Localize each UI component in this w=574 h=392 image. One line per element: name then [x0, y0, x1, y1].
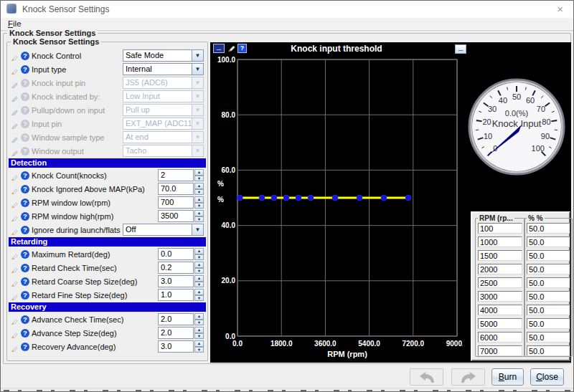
close-button[interactable]: Close: [530, 368, 564, 386]
rpm-cell-input[interactable]: [478, 277, 522, 288]
spinner-value[interactable]: 2.0: [158, 327, 194, 339]
spin-down-button[interactable]: ▼: [194, 295, 204, 302]
menu-file[interactable]: File: [5, 19, 24, 29]
select-knock-control[interactable]: Safe Mode▼: [123, 49, 204, 62]
spinner-recovery-advance-deg[interactable]: 3.0▲▼: [158, 340, 204, 353]
spinner-value[interactable]: 2.0: [158, 313, 194, 325]
curve-point[interactable]: [405, 195, 411, 201]
percent-cell-input[interactable]: [527, 291, 570, 302]
help-icon[interactable]: ?: [21, 199, 29, 207]
help-icon[interactable]: ?: [21, 315, 29, 324]
spin-up-button[interactable]: ▲: [194, 210, 204, 216]
percent-cell-input[interactable]: [527, 264, 570, 274]
rpm-cell-input[interactable]: [478, 318, 522, 329]
percent-cell-input[interactable]: [527, 236, 570, 247]
spinner-rpm-window-low-rpm[interactable]: 700▲▼: [158, 196, 204, 209]
spin-down-button[interactable]: ▼: [194, 282, 204, 288]
spin-up-button[interactable]: ▲: [194, 262, 204, 268]
spin-up-button[interactable]: ▲: [194, 196, 204, 203]
help-icon[interactable]: ?: [21, 65, 29, 74]
help-icon[interactable]: ?: [21, 250, 29, 259]
spin-up-button[interactable]: ▲: [194, 340, 204, 347]
spinner-advance-check-time-sec[interactable]: 2.0▲▼: [158, 313, 204, 325]
chevron-down-icon[interactable]: ▼: [192, 64, 203, 75]
rpm-cell-input[interactable]: [478, 305, 522, 315]
spin-up-button[interactable]: ▲: [194, 183, 204, 189]
percent-cell-input[interactable]: [527, 345, 570, 356]
spin-down-button[interactable]: ▼: [194, 333, 204, 340]
select-ignore-during-launch-flatshift[interactable]: Off▼: [123, 224, 204, 236]
rpm-cell-input[interactable]: [478, 250, 522, 261]
spinner-value[interactable]: 1.0: [158, 289, 194, 301]
spin-down-button[interactable]: ▼: [194, 216, 204, 223]
spin-down-button[interactable]: ▼: [194, 189, 204, 196]
spinner-rpm-window-high-rpm[interactable]: 3500▲▼: [158, 210, 204, 222]
curve-point[interactable]: [296, 195, 301, 201]
spinner-advance-step-size-deg[interactable]: 2.0▲▼: [158, 327, 204, 339]
spinner-maximum-retard-deg[interactable]: 0.0▲▼: [158, 248, 204, 260]
help-icon[interactable]: ?: [21, 291, 29, 300]
spin-up-button[interactable]: ▲: [194, 289, 204, 295]
curve-point[interactable]: [259, 195, 265, 201]
help-icon[interactable]: ?: [21, 226, 29, 234]
percent-cell-input[interactable]: [527, 332, 570, 343]
spinner-value[interactable]: 0.0: [158, 248, 194, 260]
curve-point[interactable]: [308, 195, 314, 201]
burn-button[interactable]: Burn: [491, 368, 524, 386]
help-icon[interactable]: ?: [21, 212, 29, 221]
spinner-value[interactable]: 700: [158, 196, 194, 209]
help-icon[interactable]: ?: [21, 264, 29, 272]
help-icon[interactable]: ?: [21, 52, 29, 60]
percent-cell-input[interactable]: [527, 250, 570, 261]
curve-point[interactable]: [237, 195, 243, 201]
curve-point[interactable]: [271, 195, 277, 201]
spinner-retard-check-time-sec[interactable]: 0.2▲▼: [158, 262, 204, 274]
help-icon[interactable]: ?: [21, 277, 29, 286]
spinner-retard-coarse-step-size-deg[interactable]: 3.0▲▼: [158, 275, 204, 287]
spin-up-button[interactable]: ▲: [194, 313, 204, 320]
spin-down-button[interactable]: ▼: [194, 320, 204, 326]
help-icon[interactable]: ?: [21, 185, 29, 193]
chevron-down-icon[interactable]: ▼: [192, 50, 203, 61]
rpm-cell-input[interactable]: [478, 264, 522, 274]
undo-button[interactable]: [410, 368, 443, 386]
spin-down-button[interactable]: ▼: [194, 254, 204, 261]
rpm-cell-input[interactable]: [478, 332, 522, 343]
percent-cell-input[interactable]: [527, 277, 570, 288]
spin-down-button[interactable]: ▼: [194, 176, 204, 182]
rpm-cell-input[interactable]: [478, 291, 522, 302]
spin-down-button[interactable]: ▼: [194, 203, 204, 209]
rpm-cell-input[interactable]: [478, 345, 522, 356]
spin-up-button[interactable]: ▲: [194, 327, 204, 333]
rpm-cell-input[interactable]: [478, 236, 522, 247]
percent-cell-input[interactable]: [527, 318, 570, 329]
spinner-value[interactable]: 2: [158, 169, 194, 181]
select-input-type[interactable]: Internal▼: [123, 63, 204, 75]
rpm-cell-input[interactable]: [478, 223, 522, 234]
spinner-knock-ignored-above-map-kpa[interactable]: 70.0▲▼: [158, 183, 204, 195]
spinner-value[interactable]: 0.2: [158, 262, 194, 274]
help-icon[interactable]: ?: [21, 329, 29, 338]
help-icon[interactable]: ?: [21, 171, 29, 180]
percent-cell-input[interactable]: [527, 223, 570, 234]
spin-up-button[interactable]: ▲: [194, 169, 204, 176]
spin-up-button[interactable]: ▲: [194, 275, 204, 282]
percent-cell-input[interactable]: [527, 305, 570, 315]
spin-down-button[interactable]: ▼: [194, 268, 204, 274]
spinner-value[interactable]: 3.0: [158, 275, 194, 287]
spin-up-button[interactable]: ▲: [194, 248, 204, 254]
curve-point[interactable]: [283, 195, 289, 201]
close-icon[interactable]: ×: [557, 3, 563, 15]
curve-point[interactable]: [332, 195, 338, 201]
spinner-value[interactable]: 3.0: [158, 340, 194, 353]
curve-point[interactable]: [357, 195, 362, 201]
spinner-value[interactable]: 3500: [158, 210, 194, 222]
spinner-knock-count-knocks[interactable]: 2▲▼: [158, 169, 204, 181]
redo-button[interactable]: [451, 368, 485, 386]
curve-point[interactable]: [381, 195, 387, 201]
chevron-down-icon[interactable]: ▼: [192, 224, 203, 235]
spinner-retard-fine-step-size-deg[interactable]: 1.0▲▼: [158, 289, 204, 301]
help-icon[interactable]: ?: [21, 343, 29, 351]
spin-down-button[interactable]: ▼: [194, 347, 204, 353]
threshold-chart[interactable]: 0.01800.03600.05400.07200.09000.00.020.0…: [210, 54, 463, 362]
